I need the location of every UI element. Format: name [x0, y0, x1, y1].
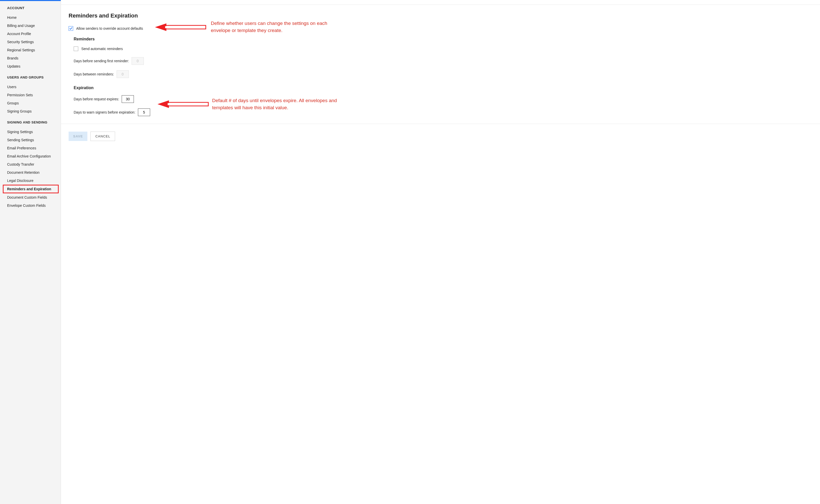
save-button[interactable]: SAVE [69, 132, 87, 141]
days-first-label: Days before sending first reminder: [74, 59, 129, 63]
arrow-left-icon [155, 100, 211, 110]
sidebar-item-reminders-expiration[interactable]: Reminders and Expiration [7, 186, 56, 192]
sidebar-item-security-settings[interactable]: Security Settings [7, 38, 61, 46]
send-automatic-checkbox[interactable] [74, 46, 78, 51]
button-row: SAVE CANCEL [61, 132, 820, 141]
svg-marker-1 [155, 23, 166, 31]
days-first-input[interactable] [132, 57, 144, 65]
sidebar-item-document-retention[interactable]: Document Retention [7, 168, 61, 177]
sidebar-item-custody-transfer[interactable]: Custody Transfer [7, 160, 61, 168]
send-automatic-row: Send automatic reminders [74, 46, 812, 51]
sidebar-heading: ACCOUNT [7, 6, 61, 10]
cancel-button[interactable]: CANCEL [90, 132, 115, 141]
sidebar-item-updates[interactable]: Updates [7, 62, 61, 70]
sidebar-heading: SIGNING AND SENDING [7, 120, 61, 124]
sidebar-item-billing-usage[interactable]: Billing and Usage [7, 22, 61, 30]
annotation-text-1: Define whether users can change the sett… [211, 20, 340, 34]
sidebar-item-email-preferences[interactable]: Email Preferences [7, 144, 61, 152]
sidebar-item-permission-sets[interactable]: Permission Sets [7, 91, 61, 99]
divider [61, 124, 820, 124]
svg-rect-2 [165, 26, 167, 28]
sidebar-item-regional-settings[interactable]: Regional Settings [7, 46, 61, 54]
days-warn-input[interactable] [138, 108, 150, 116]
sidebar-item-signing-groups[interactable]: Signing Groups [7, 107, 61, 115]
arrow-left-icon [152, 23, 208, 33]
sidebar-item-sending-settings[interactable]: Sending Settings [7, 136, 61, 144]
page-title: Reminders and Expiration [69, 12, 812, 19]
days-warn-label: Days to warn signers before expiration: [74, 110, 135, 114]
days-before-input[interactable] [122, 95, 134, 103]
reminders-title: Reminders [74, 37, 812, 41]
days-before-label: Days before request expires: [74, 97, 119, 101]
sidebar-item-reminders-expiration-highlight: Reminders and Expiration [3, 185, 59, 193]
annotation-text-2: Default # of days until envelopes expire… [212, 97, 347, 111]
sidebar-item-home[interactable]: Home [7, 13, 61, 22]
svg-rect-5 [168, 103, 169, 105]
sidebar-section-users-groups: USERS AND GROUPS Users Permission Sets G… [0, 70, 61, 115]
send-automatic-label: Send automatic reminders [81, 47, 123, 51]
sidebar-section-account: ACCOUNT Home Billing and Usage Account P… [0, 1, 61, 70]
sidebar-item-users[interactable]: Users [7, 83, 61, 91]
days-first-row: Days before sending first reminder: [74, 57, 812, 65]
sidebar-section-signing-sending: SIGNING AND SENDING Signing Settings Sen… [0, 115, 61, 210]
sidebar-item-brands[interactable]: Brands [7, 54, 61, 62]
days-between-label: Days between reminders: [74, 72, 114, 76]
sidebar-item-signing-settings[interactable]: Signing Settings [7, 128, 61, 136]
svg-rect-0 [165, 25, 206, 29]
allow-override-checkbox[interactable] [69, 26, 73, 31]
days-between-row: Days between reminders: [74, 70, 812, 78]
sidebar: ACCOUNT Home Billing and Usage Account P… [0, 0, 61, 504]
sidebar-item-account-profile[interactable]: Account Profile [7, 30, 61, 38]
reminders-section: Reminders Send automatic reminders Days … [69, 37, 812, 78]
svg-rect-3 [168, 102, 208, 106]
expiration-title: Expiration [74, 86, 812, 90]
check-icon [69, 27, 73, 30]
allow-override-label: Allow senders to override account defaul… [76, 26, 143, 30]
sidebar-item-email-archive[interactable]: Email Archive Configuration [7, 152, 61, 160]
sidebar-heading: USERS AND GROUPS [7, 75, 61, 79]
main-content: Reminders and Expiration Allow senders t… [61, 0, 820, 504]
sidebar-item-envelope-custom-fields[interactable]: Envelope Custom Fields [7, 201, 61, 210]
sidebar-item-document-custom-fields[interactable]: Document Custom Fields [7, 193, 61, 201]
days-between-input[interactable] [117, 70, 129, 78]
sidebar-item-legal-disclosure[interactable]: Legal Disclosure [7, 177, 61, 185]
svg-marker-4 [157, 100, 169, 108]
sidebar-item-groups[interactable]: Groups [7, 99, 61, 107]
